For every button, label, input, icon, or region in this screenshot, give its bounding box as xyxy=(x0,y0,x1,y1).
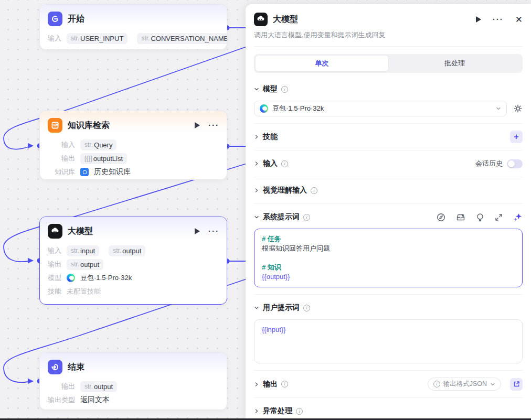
workflow-canvas[interactable]: 开始 输入 str.USER_INPUT str.CONVERSATION_NA… xyxy=(0,0,531,420)
arrowhead-knowledge xyxy=(28,143,34,148)
tag-conversation-name: str.CONVERSATION_NAME xyxy=(137,33,227,44)
run-node-button[interactable] xyxy=(195,228,200,234)
ai-optimize-icon[interactable] xyxy=(513,212,523,222)
chevron-right-icon[interactable] xyxy=(254,161,259,166)
tag-user-input: str.USER_INPUT xyxy=(67,33,128,44)
llm-output-label: 输出 xyxy=(48,260,61,269)
tag-outputlist: [{}]outputList xyxy=(80,153,127,164)
node-more-button[interactable]: ··· xyxy=(208,229,219,233)
panel-more-button[interactable]: ··· xyxy=(493,17,504,21)
user-prompt-editor[interactable]: {{input}} xyxy=(254,319,523,363)
chevron-down-icon xyxy=(496,106,501,111)
llm-input-label: 输入 xyxy=(48,246,61,255)
node-llm-title: 大模型 xyxy=(68,226,189,237)
llm-panel-icon xyxy=(254,13,268,26)
model-select-value: 豆包·1.5·Pro·32k xyxy=(272,104,492,113)
prompt-heading: # 任务 xyxy=(262,234,515,244)
info-icon: i xyxy=(311,187,317,194)
skill-section-title: 技能 xyxy=(263,132,278,142)
end-type-value: 返回文本 xyxy=(80,395,110,405)
node-start-title: 开始 xyxy=(68,14,219,25)
tab-batch[interactable]: 批处理 xyxy=(388,56,521,71)
mode-tabbar: 单次 批处理 xyxy=(254,54,523,73)
chevron-down-icon[interactable] xyxy=(254,214,259,220)
panel-run-button[interactable] xyxy=(476,16,481,23)
prompt-library-icon[interactable] xyxy=(456,213,465,222)
model-select[interactable]: 豆包·1.5·Pro·32k xyxy=(254,101,507,116)
arrowhead-end xyxy=(28,379,34,384)
section-user-prompt: 用户提示词 i {{input}} xyxy=(254,295,523,371)
end-icon xyxy=(48,360,62,374)
section-output: 输出 i i 输出格式JSON xyxy=(254,371,523,398)
node-llm[interactable]: 大模型 ··· 输入 str.input str.output 输出 str.o… xyxy=(39,217,227,305)
chevron-right-icon[interactable] xyxy=(254,134,259,139)
chevron-right-icon[interactable] xyxy=(254,382,259,387)
node-knowledge-title: 知识库检索 xyxy=(68,120,189,131)
tab-single[interactable]: 单次 xyxy=(256,56,388,71)
info-icon: i xyxy=(281,381,288,387)
section-vision: 视觉理解输入 i xyxy=(254,177,523,204)
info-icon: i xyxy=(296,408,303,415)
run-node-button[interactable] xyxy=(195,122,200,128)
node-end[interactable]: 结束 输出 str.output 输出类型 返回文本 xyxy=(39,352,227,410)
expand-icon[interactable] xyxy=(495,213,503,221)
arrowhead-llm xyxy=(28,258,34,263)
llm-skill-value: 未配置技能 xyxy=(67,287,101,296)
gear-icon[interactable] xyxy=(513,104,523,113)
end-output-label: 输出 xyxy=(48,382,75,391)
tag-query: str.Query xyxy=(80,139,116,150)
prompt-variable: {{output}} xyxy=(262,272,515,282)
doubao-model-icon xyxy=(67,274,75,282)
input-section-title: 输入 xyxy=(263,159,278,168)
tag-end-output: str.output xyxy=(80,381,117,392)
llm-icon xyxy=(48,224,62,239)
output-section-title: 输出 xyxy=(263,380,278,389)
compass-icon[interactable] xyxy=(437,213,445,222)
info-icon: i xyxy=(303,214,310,221)
prompt-heading: # 知识 xyxy=(262,263,515,272)
output-format-select[interactable]: i 输出格式JSON xyxy=(428,378,501,391)
section-exception: 异常处理 i xyxy=(254,398,523,420)
tag-input: str.input xyxy=(67,245,99,256)
knowledge-icon xyxy=(48,118,62,133)
node-config-panel: 大模型 ··· ✕ 调用大语言模型,使用变量和提示词生成回复 单次 批处理 模型… xyxy=(246,4,531,420)
chevron-right-icon[interactable] xyxy=(254,408,259,414)
exception-section-title: 异常处理 xyxy=(263,406,292,416)
chevron-down-icon xyxy=(490,382,495,387)
info-icon: i xyxy=(433,381,440,387)
close-icon[interactable]: ✕ xyxy=(515,14,523,25)
section-skill: 技能 + xyxy=(254,124,523,150)
llm-skill-label: 技能 xyxy=(48,287,61,296)
model-section-title: 模型 xyxy=(263,84,278,94)
info-icon: i xyxy=(303,305,310,311)
node-start[interactable]: 开始 输入 str.USER_INPUT str.CONVERSATION_NA… xyxy=(39,4,227,50)
chevron-right-icon[interactable] xyxy=(254,188,259,193)
knowledge-kb-label: 知识库 xyxy=(48,167,75,177)
node-knowledge[interactable]: 知识库检索 ··· 输入 str.Query 输出 [{}]outputList… xyxy=(39,111,227,180)
system-prompt-editor[interactable]: # 任务 根据知识回答用户问题 # 知识 {{output}} xyxy=(254,229,523,287)
history-label: 会话历史 xyxy=(475,159,503,168)
system-prompt-title: 系统提示词 xyxy=(263,212,300,222)
panel-description: 调用大语言模型,使用变量和提示词生成回复 xyxy=(254,26,523,47)
export-output-button[interactable] xyxy=(510,378,523,391)
node-end-title: 结束 xyxy=(68,362,219,373)
chevron-down-icon[interactable] xyxy=(254,87,259,92)
chevron-down-icon[interactable] xyxy=(254,305,259,310)
info-icon: i xyxy=(281,160,288,167)
knowledge-output-label: 输出 xyxy=(48,154,75,163)
prompt-text: 根据知识回答用户问题 xyxy=(262,244,515,253)
add-skill-button[interactable]: + xyxy=(510,131,523,143)
tag-output: str.output xyxy=(109,245,145,256)
llm-model-value: 豆包·1.5·Pro·32k xyxy=(80,273,132,283)
node-more-button[interactable]: ··· xyxy=(208,123,219,127)
section-model: 模型 i 豆包·1.5·Pro·32k xyxy=(254,76,523,124)
lightbulb-icon[interactable] xyxy=(476,213,484,222)
start-icon xyxy=(48,12,62,26)
section-system-prompt: 系统提示词 i xyxy=(254,204,523,295)
vision-section-title: 视觉理解输入 xyxy=(263,186,307,195)
start-input-label: 输入 xyxy=(48,34,61,43)
prompt-variable: {{input}} xyxy=(262,325,515,335)
kb-icon xyxy=(80,168,89,176)
history-toggle[interactable] xyxy=(507,159,523,168)
knowledge-input-label: 输入 xyxy=(48,140,75,149)
